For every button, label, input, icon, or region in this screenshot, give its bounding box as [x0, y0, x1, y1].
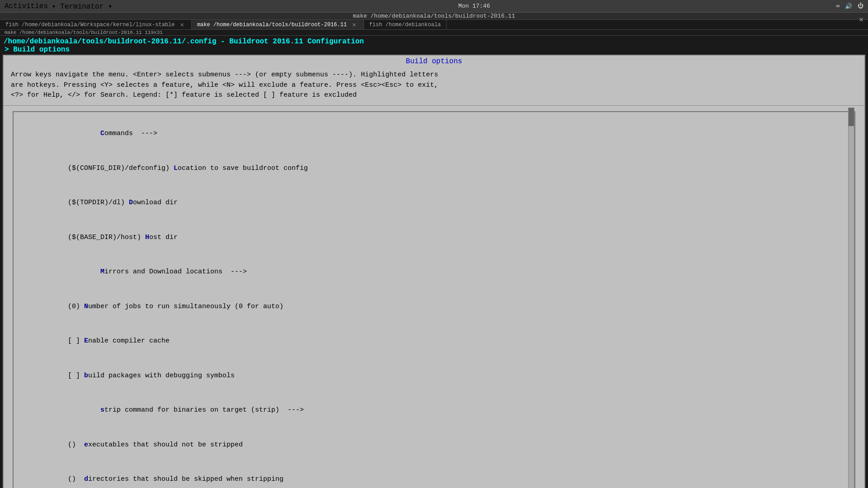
- tab-label-1: fish /home/debiankoala/Workspace/kernel/…: [5, 22, 175, 28]
- help-line-3: <?> for Help, </> for Search. Legend: [*…: [11, 90, 857, 101]
- menu-item-jobs[interactable]: (0) Number of jobs to run simultaneously…: [15, 289, 853, 324]
- menu-inner: Commands ---> ($(CONFIG_DIR)/defconfig) …: [13, 111, 855, 488]
- tab-label-3: fish /home/debiankoala: [369, 22, 441, 28]
- keyboard-icon[interactable]: ⌨: [836, 3, 840, 10]
- dialog-title: Build options: [4, 56, 864, 67]
- build-options-prompt: > Build options: [4, 46, 864, 54]
- window-close-btn[interactable]: ✕: [859, 15, 863, 24]
- system-bar-center: Mon 17:46: [458, 3, 490, 9]
- menu-item-compiler-cache[interactable]: [ ] Enable compiler cache: [15, 324, 853, 359]
- menu-item-download-dir[interactable]: ($(TOPDIR)/dl) Download dir: [15, 186, 853, 221]
- menu-item-host-dir[interactable]: ($(BASE_DIR)/host) Host dir: [15, 220, 853, 255]
- menu-item-debug-symbols[interactable]: [ ] build packages with debugging symbol…: [15, 358, 853, 393]
- sub-tab-bar: make /home/debiankoala/tools/buildroot-2…: [0, 30, 868, 36]
- dropdown-arrow: ▾: [108, 3, 113, 11]
- path-line: /home/debiankoala/tools/buildroot-2016.1…: [4, 38, 864, 46]
- menu-area[interactable]: Commands ---> ($(CONFIG_DIR)/defconfig) …: [4, 106, 864, 488]
- terminal-window: make /home/debiankoala/tools/buildroot-2…: [0, 13, 868, 488]
- system-bar-right: ⌨ 🔊 ⏻: [836, 3, 863, 10]
- terminal-icon: ▪: [52, 3, 56, 11]
- terminal-content: /home/debiankoala/tools/buildroot-2016.1…: [0, 36, 868, 488]
- tab-close-2[interactable]: ✕: [350, 20, 358, 29]
- help-line-2: are hotkeys. Pressing <Y> selectes a fea…: [11, 80, 857, 91]
- tab-make-buildroot[interactable]: make /home/debiankoala/tools/buildroot-2…: [192, 20, 364, 29]
- title-bar: make /home/debiankoala/tools/buildroot-2…: [0, 13, 868, 20]
- tab-bar: fish /home/debiankoala/Workspace/kernel/…: [0, 20, 868, 30]
- speaker-icon[interactable]: 🔊: [845, 3, 852, 10]
- help-line-1: Arrow keys navigate the menu. <Enter> se…: [11, 70, 857, 80]
- scrollbar-thumb[interactable]: [849, 108, 854, 126]
- dialog-box: Build options Arrow keys navigate the me…: [3, 55, 865, 488]
- menu-item-mirrors[interactable]: Mirrors and Download locations --->: [15, 255, 853, 290]
- menu-item-directories[interactable]: () directories that should be skipped wh…: [15, 462, 853, 488]
- menu-item-location-save[interactable]: ($(CONFIG_DIR)/defconfig) Location to sa…: [15, 151, 853, 186]
- tab-fish-home[interactable]: fish /home/debiankoala: [364, 20, 447, 29]
- sub-tab-text: make /home/debiankoala/tools/buildroot-2…: [5, 30, 163, 35]
- activities-btn[interactable]: Activities: [5, 2, 48, 10]
- power-icon[interactable]: ⏻: [858, 3, 863, 9]
- path-header: /home/debiankoala/tools/buildroot-2016.1…: [0, 36, 868, 55]
- tab-close-1[interactable]: ✕: [178, 20, 185, 29]
- app-menu[interactable]: ▪ Terminator ▾: [52, 2, 112, 11]
- system-bar-left: Activities ▪ Terminator ▾: [5, 2, 113, 11]
- menu-item-commands[interactable]: Commands --->: [15, 117, 853, 151]
- tab-label-2: make /home/debiankoala/tools/buildroot-2…: [197, 22, 347, 28]
- help-text: Arrow keys navigate the menu. <Enter> se…: [4, 67, 864, 106]
- scrollbar[interactable]: [848, 108, 854, 488]
- tab-fish-linux[interactable]: fish /home/debiankoala/Workspace/kernel/…: [0, 20, 192, 29]
- title-bar-text: make /home/debiankoala/tools/buildroot-2…: [353, 13, 515, 19]
- system-bar: Activities ▪ Terminator ▾ Mon 17:46 ⌨ 🔊 …: [0, 0, 868, 13]
- app-name: Terminator: [60, 3, 104, 11]
- clock: Mon 17:46: [458, 3, 490, 9]
- menu-item-executables[interactable]: () executables that should not be stripp…: [15, 427, 853, 462]
- menu-item-strip-command[interactable]: strip command for binaries on target (st…: [15, 393, 853, 428]
